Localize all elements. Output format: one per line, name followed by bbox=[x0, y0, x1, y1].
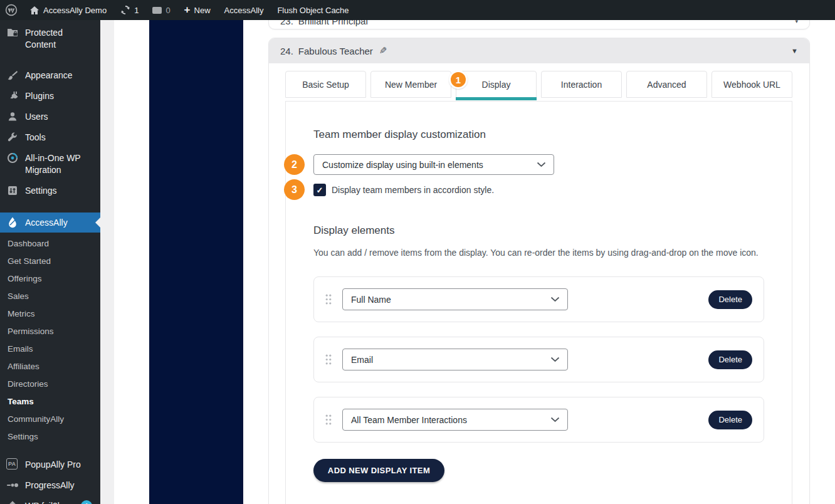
display-mode-row: 2 Customize display using built-in eleme… bbox=[313, 154, 764, 175]
display-elements-description: You can add / remove items from the disp… bbox=[313, 246, 764, 259]
display-tab-panel: Team member display customization 2 Cust… bbox=[285, 101, 792, 504]
display-item-row: All Team Member Interactions Delete bbox=[313, 397, 764, 443]
sidebar-item-wp-fail2ban[interactable]: WP fail2ban 1 bbox=[0, 496, 100, 504]
update-icon bbox=[120, 5, 130, 15]
sidebar-item-label: Settings bbox=[25, 185, 57, 197]
sidebar-item-metrics[interactable]: Metrics bbox=[0, 305, 100, 323]
tab-label: Webhook URL bbox=[723, 80, 780, 90]
sidebar-item-teams[interactable]: Teams bbox=[0, 393, 100, 411]
accessally-adminbar-item[interactable]: AccessAlly bbox=[218, 0, 271, 20]
tab-label: New Member bbox=[385, 80, 437, 90]
display-elements-heading: Display elements bbox=[313, 224, 764, 238]
display-mode-value: Customize display using built-in element… bbox=[322, 160, 483, 170]
sidebar-item-label: Appearance bbox=[25, 70, 73, 81]
navy-side-panel bbox=[149, 20, 243, 504]
admin-bar: AccessAlly Demo 1 0 + New AccessAlly Flu… bbox=[0, 0, 835, 20]
sidebar-item-get-started[interactable]: Get Started bbox=[0, 253, 100, 270]
add-new-display-item-button[interactable]: ADD NEW DISPLAY ITEM bbox=[313, 459, 444, 482]
flush-object-cache-label: Flush Object Cache bbox=[277, 6, 349, 15]
display-customization-heading: Team member display customization bbox=[313, 128, 764, 142]
sidebar-item-label: ProgressAlly bbox=[25, 480, 75, 491]
sidebar-item-dashboard[interactable]: Dashboard bbox=[0, 235, 100, 253]
accordion-style-checkbox[interactable]: ✓ bbox=[313, 184, 326, 196]
drag-handle-icon[interactable] bbox=[325, 354, 332, 365]
updates-menu-item[interactable]: 1 bbox=[113, 0, 145, 20]
accordion-header[interactable]: 24. Fabulous Teacher ✎ ▼ bbox=[269, 38, 809, 63]
accordion-style-label: Display team members in accordion style. bbox=[332, 185, 494, 195]
sidebar-item-label: AccessAlly bbox=[25, 218, 68, 228]
chevron-down-icon[interactable]: ▼ bbox=[791, 47, 798, 55]
pa-icon: PA bbox=[6, 458, 19, 471]
wordpress-logo-icon bbox=[5, 4, 18, 16]
display-mode-select[interactable]: Customize display using built-in element… bbox=[313, 154, 554, 175]
sidebar-item-popupally-pro[interactable]: PA PopupAlly Pro bbox=[0, 454, 100, 475]
accordion-title: Fabulous Teacher bbox=[298, 46, 373, 56]
sliders-icon bbox=[6, 184, 19, 197]
accordion-fabulous-teacher: 24. Fabulous Teacher ✎ ▼ Basic Setup New… bbox=[268, 38, 810, 504]
sidebar-item-settings-sub[interactable]: Settings bbox=[0, 428, 100, 446]
sidebar-item-tools[interactable]: Tools bbox=[0, 127, 100, 148]
brush-icon bbox=[6, 69, 19, 81]
migration-icon bbox=[6, 152, 19, 164]
sidebar-item-offerings[interactable]: Offerings bbox=[0, 270, 100, 288]
wrench-icon bbox=[6, 131, 19, 144]
tab-advanced[interactable]: Advanced bbox=[626, 71, 707, 98]
display-item-select[interactable]: Email bbox=[342, 349, 568, 370]
edit-pencil-icon[interactable]: ✎ bbox=[379, 45, 387, 56]
main-content: 23. Brilliant Principal ▾ 24. Fabulous T… bbox=[114, 20, 835, 504]
fail2ban-count-badge: 1 bbox=[81, 500, 92, 504]
diamond-icon bbox=[6, 500, 19, 504]
new-label: New bbox=[194, 6, 211, 15]
display-item-select[interactable]: Full Name bbox=[342, 288, 568, 310]
sidebar-item-appearance[interactable]: Appearance bbox=[0, 65, 100, 86]
team-settings-tabs: Basic Setup New Member 1 Display Interac… bbox=[285, 71, 792, 98]
sidebar-item-settings[interactable]: Settings bbox=[0, 181, 100, 201]
sidebar-item-label: Protected Content bbox=[25, 27, 95, 51]
delete-button[interactable]: Delete bbox=[708, 290, 752, 309]
delete-button[interactable]: Delete bbox=[708, 350, 752, 369]
drag-handle-icon[interactable] bbox=[325, 414, 332, 425]
chevron-down-icon bbox=[550, 357, 560, 362]
tab-new-member[interactable]: New Member bbox=[370, 71, 451, 98]
sidebar-item-users[interactable]: Users bbox=[0, 107, 100, 127]
delete-button[interactable]: Delete bbox=[708, 411, 752, 429]
accessally-logo-icon bbox=[6, 216, 19, 229]
chevron-down-icon bbox=[537, 162, 546, 167]
sidebar-item-progressally[interactable]: ProgressAlly bbox=[0, 475, 100, 496]
comments-menu-item[interactable]: 0 bbox=[145, 0, 177, 20]
folder-lock-icon bbox=[6, 26, 19, 39]
display-item-select[interactable]: All Team Member Interactions bbox=[342, 409, 568, 431]
dots-icon bbox=[6, 479, 19, 491]
accessally-submenu: Dashboard Get Started Offerings Sales Me… bbox=[0, 233, 100, 446]
wordpress-menu-item[interactable] bbox=[0, 0, 23, 20]
sidebar-item-emails[interactable]: Emails bbox=[0, 340, 100, 358]
sidebar-item-label: All-in-One WP Migration bbox=[25, 152, 95, 176]
sidebar-item-directories[interactable]: Directories bbox=[0, 375, 100, 393]
sidebar-item-permissions[interactable]: Permissions bbox=[0, 323, 100, 340]
sidebar-item-sales[interactable]: Sales bbox=[0, 288, 100, 305]
sidebar-item-protected-content[interactable]: Protected Content bbox=[0, 23, 100, 55]
sidebar-item-communityally[interactable]: CommunityAlly bbox=[0, 411, 100, 428]
tab-display[interactable]: 1 Display bbox=[456, 71, 537, 98]
sidebar-item-plugins[interactable]: Plugins bbox=[0, 86, 100, 107]
sidebar-item-label: Users bbox=[25, 111, 48, 123]
new-content-menu-item[interactable]: + New bbox=[177, 0, 218, 20]
comment-count: 0 bbox=[165, 6, 170, 15]
display-item-value: Full Name bbox=[351, 295, 391, 305]
tab-basic-setup[interactable]: Basic Setup bbox=[285, 71, 366, 98]
tab-webhook-url[interactable]: Webhook URL bbox=[712, 71, 792, 98]
site-name-menu-item[interactable]: AccessAlly Demo bbox=[23, 0, 113, 20]
site-name: AccessAlly Demo bbox=[43, 6, 107, 15]
tab-interaction[interactable]: Interaction bbox=[541, 71, 622, 98]
flush-object-cache-item[interactable]: Flush Object Cache bbox=[270, 0, 355, 20]
display-item-value: All Team Member Interactions bbox=[351, 415, 467, 425]
drag-handle-icon[interactable] bbox=[325, 294, 332, 305]
sidebar-item-accessally[interactable]: AccessAlly bbox=[0, 213, 100, 233]
tab-label: Interaction bbox=[561, 80, 602, 90]
accessally-adminbar-label: AccessAlly bbox=[224, 6, 264, 15]
sidebar-item-all-in-one-wp-migration[interactable]: All-in-One WP Migration bbox=[0, 148, 100, 181]
step-1-badge: 1 bbox=[449, 70, 468, 89]
step-2-badge: 2 bbox=[284, 154, 305, 175]
tab-label: Basic Setup bbox=[302, 80, 349, 90]
sidebar-item-affiliates[interactable]: Affiliates bbox=[0, 358, 100, 375]
